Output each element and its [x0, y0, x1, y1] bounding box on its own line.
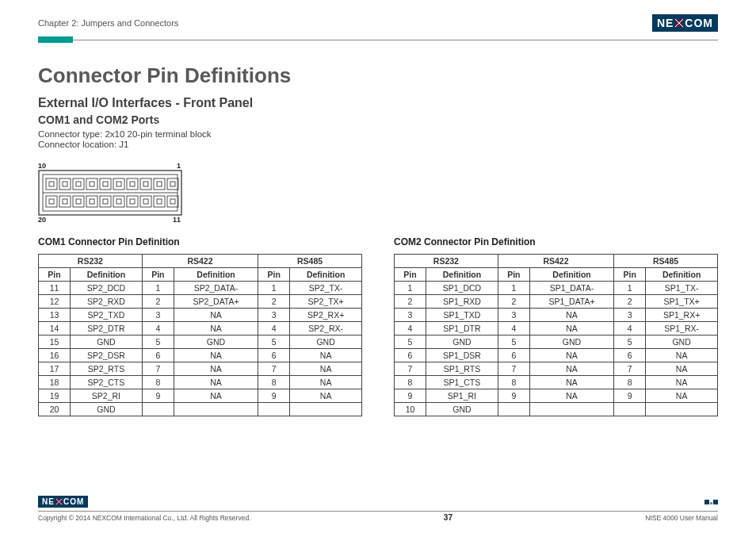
cell-pin: 7 — [258, 362, 290, 376]
table-col-pin: Pin — [498, 268, 529, 282]
table-group-header: RS422 — [142, 255, 258, 268]
cell-def: SP1_DSR — [426, 349, 498, 362]
footer-brand-logo: NE COM — [38, 496, 88, 508]
cell-def — [529, 403, 613, 416]
cell-def: GND — [646, 336, 718, 349]
cell-def — [646, 403, 718, 416]
cell-pin: 5 — [498, 336, 529, 349]
cell-pin: 9 — [614, 389, 646, 403]
cell-pin — [258, 403, 290, 416]
cell-def: NA — [646, 349, 718, 362]
cell-def: NA — [529, 349, 613, 362]
table-col-def: Definition — [290, 268, 362, 282]
cell-def: SP1_TX- — [646, 282, 718, 295]
table-row: 9SP1_RI9NA9NA — [395, 389, 718, 403]
cell-pin: 2 — [142, 295, 174, 309]
svg-rect-10 — [90, 182, 94, 186]
cell-pin: 6 — [258, 349, 290, 362]
svg-rect-12 — [103, 182, 108, 186]
section-subtitle: External I/O Interfaces - Front Panel — [38, 96, 718, 110]
connector-location: Connector location: J1 — [38, 140, 718, 149]
cell-pin: 9 — [498, 389, 529, 403]
cell-pin: 1 — [142, 282, 174, 295]
cell-pin: 7 — [142, 362, 174, 376]
svg-rect-41 — [167, 196, 178, 207]
x-icon — [674, 18, 684, 28]
cell-def: GND — [71, 403, 143, 416]
cell-def: NA — [529, 362, 613, 376]
diagram-label-bottom-right: 11 — [173, 216, 181, 224]
cell-def: NA — [174, 389, 258, 403]
svg-rect-38 — [143, 199, 148, 204]
svg-rect-28 — [76, 199, 81, 204]
svg-rect-32 — [103, 199, 108, 204]
cell-pin: 8 — [614, 376, 646, 389]
cell-pin: 11 — [39, 282, 71, 295]
header-rule — [38, 36, 718, 43]
table-row: 6SP1_DSR6NA6NA — [395, 349, 718, 362]
cell-def: SP2_TX- — [290, 282, 362, 295]
chapter-label: Chapter 2: Jumpers and Connectors — [38, 18, 178, 28]
cell-def: GND — [529, 336, 613, 349]
table-col-def: Definition — [646, 268, 718, 282]
cell-pin: 7 — [395, 362, 426, 376]
table-row: 4SP1_DTR4NA4SP1_RX- — [395, 322, 718, 336]
table-row: 17SP2_RTS7NA7NA — [39, 362, 362, 376]
cell-pin: 2 — [498, 295, 529, 309]
cell-pin — [142, 403, 174, 416]
cell-pin: 1 — [498, 282, 529, 295]
svg-rect-24 — [49, 199, 54, 204]
com1-table: RS232RS422RS485PinDefinitionPinDefinitio… — [38, 254, 362, 416]
table-row: 15GND5GND5GND — [39, 336, 362, 349]
cell-pin: 10 — [395, 403, 426, 416]
svg-rect-30 — [90, 199, 94, 204]
cell-def: NA — [174, 322, 258, 336]
com2-table-block: COM2 Connector Pin Definition RS232RS422… — [394, 232, 718, 416]
cell-def: NA — [174, 349, 258, 362]
svg-rect-37 — [140, 196, 151, 207]
svg-rect-17 — [140, 178, 151, 190]
cell-pin: 4 — [395, 322, 426, 336]
cell-pin: 5 — [395, 336, 426, 349]
cell-def: SP1_CTS — [426, 376, 498, 389]
svg-rect-34 — [116, 199, 121, 204]
svg-rect-25 — [59, 196, 71, 207]
svg-rect-23 — [46, 196, 57, 207]
table-row: 19SP2_RI9NA9NA — [39, 389, 362, 403]
cell-def: GND — [71, 336, 143, 349]
svg-rect-4 — [49, 182, 54, 186]
svg-rect-21 — [167, 178, 178, 190]
table-row: 13SP2_TXD3NA3SP2_RX+ — [39, 309, 362, 322]
svg-rect-27 — [73, 196, 84, 207]
cell-pin: 6 — [395, 349, 426, 362]
cell-def: NA — [290, 389, 362, 403]
table-col-pin: Pin — [142, 268, 174, 282]
cell-pin: 4 — [498, 322, 529, 336]
cell-pin: 5 — [614, 336, 646, 349]
cell-pin: 3 — [258, 309, 290, 322]
connector-icon — [38, 170, 182, 216]
svg-rect-33 — [113, 196, 124, 207]
cell-def: NA — [529, 322, 613, 336]
cell-pin: 3 — [498, 309, 529, 322]
svg-rect-7 — [73, 178, 84, 190]
cell-def — [174, 403, 258, 416]
table-row: 20GND — [39, 403, 362, 416]
cell-def: NA — [174, 362, 258, 376]
svg-rect-9 — [86, 178, 97, 190]
cell-pin: 2 — [614, 295, 646, 309]
table-row: 7SP1_RTS7NA7NA — [395, 362, 718, 376]
table-row: 1SP1_DCD1SP1_DATA-1SP1_TX- — [395, 282, 718, 295]
cell-pin: 3 — [614, 309, 646, 322]
svg-rect-29 — [86, 196, 97, 207]
cell-def: SP1_DATA+ — [529, 295, 613, 309]
table-group-header: RS485 — [258, 255, 362, 268]
svg-rect-15 — [127, 178, 138, 190]
cell-def: SP2_RTS — [71, 362, 143, 376]
page-number: 37 — [444, 513, 452, 522]
cell-def: NA — [290, 349, 362, 362]
com1-table-block: COM1 Connector Pin Definition RS232RS422… — [38, 232, 362, 416]
com2-table-title: COM2 Connector Pin Definition — [394, 236, 718, 247]
table-col-def: Definition — [529, 268, 613, 282]
table-row: 2SP1_RXD2SP1_DATA+2SP1_TX+ — [395, 295, 718, 309]
